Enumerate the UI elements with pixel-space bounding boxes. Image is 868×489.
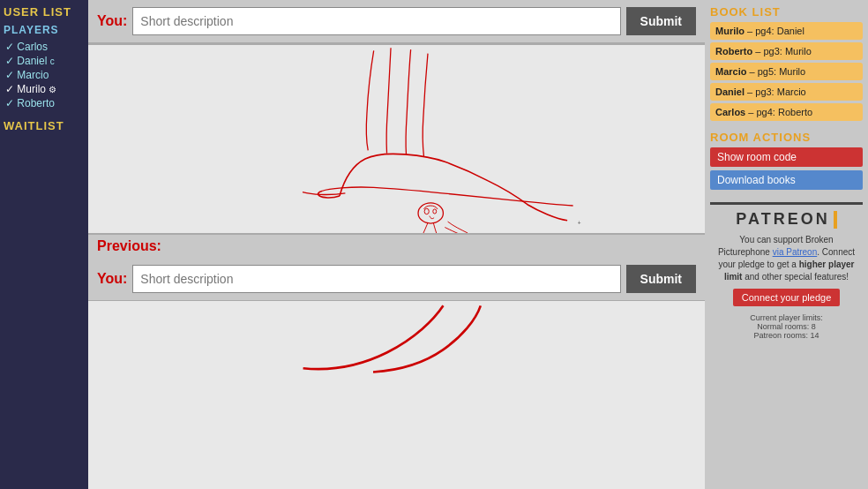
connect-pledge-button[interactable]: Connect your pledge bbox=[733, 289, 841, 306]
right-sidebar: Book List Murilo – pg4: Daniel Roberto –… bbox=[705, 0, 868, 489]
bottom-description-input[interactable] bbox=[132, 265, 620, 293]
top-description-input[interactable] bbox=[132, 7, 620, 35]
player-daniel[interactable]: ✓ Daniel c bbox=[4, 54, 85, 68]
patreon-title: PATREON bbox=[710, 202, 863, 230]
main-content: You: Submit bbox=[88, 0, 705, 489]
left-sidebar: User List Players ✓ Carlos ✓ Daniel c ✓ … bbox=[0, 0, 88, 489]
room-actions-title: Room Actions bbox=[710, 131, 863, 144]
bottom-you-label: You: bbox=[97, 271, 127, 287]
drawing-canvas[interactable]: + bbox=[88, 43, 705, 233]
patreon-section: PATREON You can support Broken Pictureph… bbox=[710, 202, 863, 340]
players-title: Players bbox=[4, 24, 85, 36]
patreon-link[interactable]: via Patreon bbox=[773, 247, 818, 257]
book-list-title: Book List bbox=[710, 5, 863, 19]
second-drawing-svg bbox=[88, 301, 705, 376]
top-you-label: You: bbox=[97, 13, 127, 29]
svg-text:+: + bbox=[578, 220, 581, 226]
patreon-bar-icon bbox=[834, 211, 837, 229]
svg-point-2 bbox=[433, 209, 437, 214]
book-item-daniel: Daniel – pg3: Marcio bbox=[710, 83, 863, 101]
book-item-marcio: Marcio – pg5: Murilo bbox=[710, 63, 863, 80]
drawing-svg: + bbox=[88, 45, 705, 233]
player-murilo[interactable]: ✓ Murilo ⚙ bbox=[4, 82, 85, 96]
bottom-submit-button[interactable]: Submit bbox=[626, 265, 696, 293]
patreon-description: You can support Broken Picturephone via … bbox=[710, 230, 863, 287]
player-limits: Current player limits: Normal rooms: 8 P… bbox=[710, 313, 863, 340]
show-room-code-button[interactable]: Show room code bbox=[710, 147, 863, 167]
book-item-murilo: Murilo – pg4: Daniel bbox=[710, 22, 863, 40]
book-item-carlos: Carlos – pg4: Roberto bbox=[710, 103, 863, 121]
svg-point-1 bbox=[424, 208, 429, 214]
second-drawing-canvas[interactable] bbox=[88, 301, 705, 489]
top-submit-button[interactable]: Submit bbox=[626, 7, 696, 35]
player-roberto[interactable]: ✓ Roberto bbox=[4, 96, 85, 110]
download-books-button[interactable]: Download books bbox=[710, 170, 863, 190]
top-input-panel: You: Submit bbox=[88, 0, 705, 43]
player-marcio[interactable]: ✓ Marcio bbox=[4, 68, 85, 82]
waitlist-title: Waitlist bbox=[4, 119, 85, 132]
book-item-roberto: Roberto – pg3: Murilo bbox=[710, 42, 863, 60]
bottom-input-panel: You: Submit bbox=[88, 258, 705, 301]
player-carlos[interactable]: ✓ Carlos bbox=[4, 40, 85, 54]
previous-label: Previous: bbox=[88, 233, 705, 258]
user-list-title: User List bbox=[4, 5, 85, 19]
